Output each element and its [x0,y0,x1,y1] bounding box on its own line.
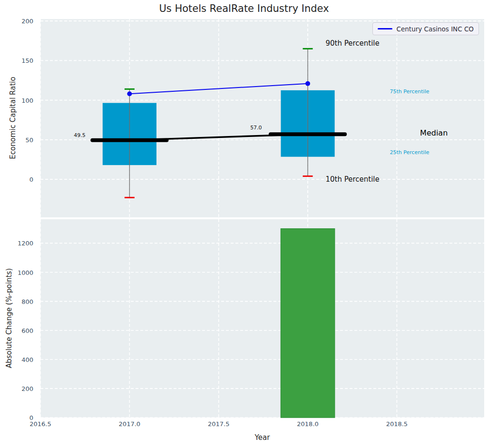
annotation-49-5: 49.5 [74,132,86,138]
y-tick-label-top: 100 [0,97,33,104]
company-point [305,81,310,86]
y-tick-label-top: 50 [0,136,33,143]
y-tick-label-bottom: 200 [0,385,33,392]
legend-line-swatch [378,28,392,29]
y-tick-label-top: 150 [0,57,33,64]
x-tick-label: 2018.5 [375,420,418,428]
x-tick-label: 2018.0 [286,420,329,428]
annotation-25th-percentile: 25th Percentile [390,149,429,156]
annotation-median: Median [420,128,448,137]
x-tick-label: 2017.5 [197,420,240,428]
y-tick-label-bottom: 1200 [0,240,33,247]
y-tick-label-bottom: 1000 [0,269,33,276]
annotation-57-0: 57.0 [250,125,262,131]
y-tick-label-bottom: 400 [0,356,33,363]
x-axis-label: Year [40,433,484,442]
bottom-plot-canvas [40,219,484,418]
annotation-75th-percentile: 75th Percentile [390,88,429,95]
y-tick-label-top: 0 [0,176,33,183]
legend-label: Century Casinos INC CO [397,25,474,33]
bottom-axes [40,219,484,418]
y-axis-label-bottom: Absolute Change (%-points) [5,268,13,368]
y-tick-label-bottom: 600 [0,327,33,334]
y-axis-label-top: Economic Capital Ratio [9,77,17,159]
x-tick-label: 2017.0 [108,420,151,428]
y-tick-label-bottom: 800 [0,298,33,305]
x-tick-label: 2016.5 [19,420,62,428]
y-tick-label-top: 200 [0,18,33,25]
annotation-10th-percentile: 10th Percentile [326,175,380,184]
annotation-90th-percentile: 90th Percentile [326,39,380,48]
company-point [127,91,132,96]
top-plot-canvas [40,19,484,217]
figure: Us Hotels RealRate Industry Index 90th P… [0,0,488,448]
change-bar [281,229,334,418]
chart-title: Us Hotels RealRate Industry Index [0,3,488,14]
legend: Century Casinos INC CO [372,22,479,35]
top-axes: 90th Percentile10th Percentile75th Perce… [40,19,484,217]
